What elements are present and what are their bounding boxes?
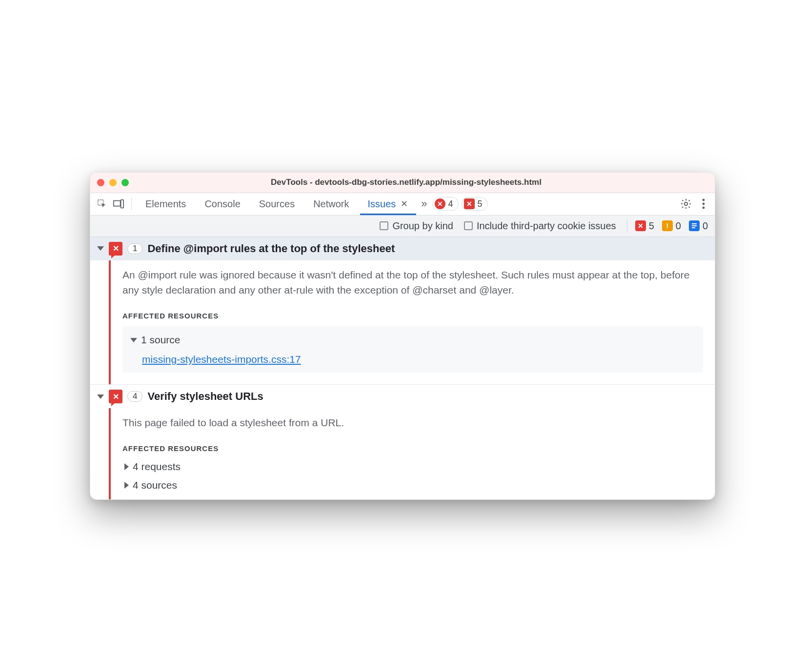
expand-triangle-icon	[97, 246, 104, 251]
console-errors-count: 4	[448, 199, 453, 209]
svg-rect-1	[114, 201, 121, 206]
requests-summary-row[interactable]: 4 requests	[124, 459, 703, 474]
tab-console[interactable]: Console	[197, 193, 248, 215]
sources-summary-row[interactable]: 4 sources	[124, 477, 703, 493]
svg-rect-9	[692, 227, 695, 228]
issue-title: Define @import rules at the top of the s…	[147, 242, 395, 255]
issue-item: ✕ 4 Verify stylesheet URLs This page fai…	[90, 385, 715, 499]
svg-point-3	[684, 202, 687, 205]
source-summary-row[interactable]: 1 source	[130, 332, 695, 348]
toolbar-separator	[131, 198, 132, 210]
source-summary-text: 1 source	[141, 332, 181, 348]
issue-header[interactable]: ✕ 1 Define @import rules at the top of t…	[90, 237, 715, 260]
info-square-icon	[689, 220, 700, 231]
console-errors-badge[interactable]: ✕ 4	[432, 197, 459, 211]
more-tabs-icon[interactable]: »	[419, 198, 429, 210]
info-count[interactable]: 0	[689, 220, 708, 232]
issue-body: This page failed to load a stylesheet fr…	[109, 408, 715, 499]
maximize-window-button[interactable]	[121, 179, 129, 186]
svg-point-5	[703, 203, 705, 205]
issue-title: Verify stylesheet URLs	[147, 390, 263, 403]
error-count[interactable]: ✕ 5	[635, 220, 654, 232]
error-count-value: 5	[649, 220, 654, 232]
info-count-value: 0	[703, 220, 708, 232]
issue-description: This page failed to load a stylesheet fr…	[122, 415, 703, 431]
issues-count: 5	[478, 199, 483, 209]
titlebar: DevTools - devtools-dbg-stories.netlify.…	[90, 173, 715, 193]
inspect-element-icon[interactable]	[95, 197, 109, 211]
svg-rect-7	[692, 223, 697, 224]
include-third-party-label: Include third-party cookie issues	[477, 220, 616, 232]
requests-summary-text: 4 requests	[133, 459, 181, 474]
error-square-icon: ✕	[635, 220, 646, 231]
close-tab-icon[interactable]: ✕	[400, 199, 408, 208]
expand-triangle-icon	[97, 395, 104, 399]
collapse-triangle-icon	[124, 482, 129, 489]
tab-network[interactable]: Network	[305, 193, 357, 215]
warning-count-value: 0	[676, 220, 681, 232]
settings-gear-icon[interactable]	[680, 198, 692, 210]
issue-body: An @import rule was ignored because it w…	[109, 260, 715, 385]
tab-issues[interactable]: Issues ✕	[360, 193, 417, 215]
issue-header[interactable]: ✕ 4 Verify stylesheet URLs	[90, 385, 715, 408]
warning-count[interactable]: ! 0	[662, 220, 681, 232]
affected-resources-label: AFFECTED RESOURCES	[122, 311, 703, 322]
group-by-kind-checkbox[interactable]: Group by kind	[380, 220, 453, 232]
source-link[interactable]: missing-stylesheets-imports.css:17	[142, 352, 301, 367]
window-title: DevTools - devtools-dbg-stories.netlify.…	[129, 178, 708, 187]
affected-resources-box: 1 source missing-stylesheets-imports.css…	[122, 326, 703, 373]
tab-issues-label: Issues	[368, 198, 396, 210]
svg-rect-8	[692, 225, 697, 226]
svg-rect-2	[121, 200, 124, 208]
sources-summary-text: 4 sources	[133, 477, 177, 493]
issue-error-bubble-icon: ✕	[109, 390, 122, 403]
tab-elements[interactable]: Elements	[138, 193, 194, 215]
svg-point-6	[703, 207, 705, 209]
tab-sources[interactable]: Sources	[251, 193, 302, 215]
devtools-window: DevTools - devtools-dbg-stories.netlify.…	[90, 172, 715, 500]
include-third-party-checkbox[interactable]: Include third-party cookie issues	[464, 220, 616, 232]
device-toolbar-icon[interactable]	[112, 197, 125, 211]
collapse-triangle-icon	[124, 463, 129, 470]
filterbar-separator	[627, 220, 627, 232]
close-window-button[interactable]	[97, 179, 104, 186]
error-square-icon: ✕	[464, 198, 475, 209]
issue-item: ✕ 1 Define @import rules at the top of t…	[90, 237, 715, 385]
toolbar-right	[680, 198, 710, 210]
main-toolbar: Elements Console Sources Network Issues …	[90, 193, 715, 216]
minimize-window-button[interactable]	[109, 179, 117, 186]
issue-count-pill: 1	[127, 243, 142, 254]
checkbox-icon	[464, 221, 473, 230]
traffic-lights	[97, 179, 129, 186]
filterbar-counts: ✕ 5 ! 0 0	[627, 220, 708, 232]
checkbox-icon	[380, 221, 388, 230]
issue-count-pill: 4	[127, 391, 142, 402]
error-circle-icon: ✕	[435, 198, 445, 209]
expand-triangle-icon	[130, 338, 137, 342]
svg-point-4	[703, 199, 705, 201]
kebab-menu-icon[interactable]	[697, 198, 710, 210]
issue-error-bubble-icon: ✕	[109, 242, 122, 256]
group-by-kind-label: Group by kind	[392, 220, 453, 232]
issues-filterbar: Group by kind Include third-party cookie…	[90, 216, 715, 237]
warning-square-icon: !	[662, 220, 673, 231]
issues-badge[interactable]: ✕ 5	[462, 197, 488, 211]
affected-resources-label: AFFECTED RESOURCES	[122, 443, 703, 455]
issue-description: An @import rule was ignored because it w…	[122, 267, 703, 298]
